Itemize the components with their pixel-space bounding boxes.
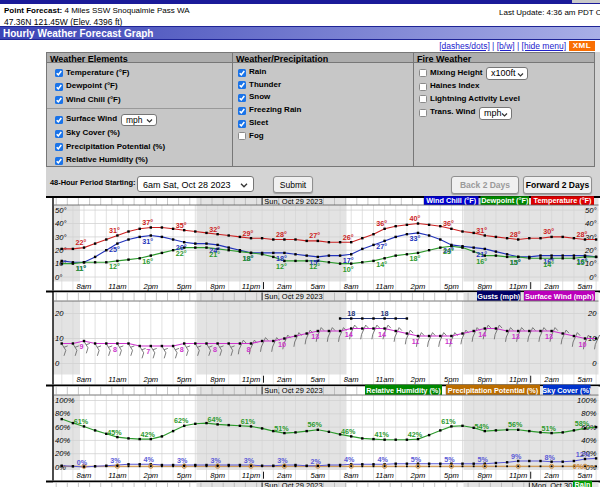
svg-text:3%: 3%	[177, 456, 188, 465]
svg-text:Sun, Oct 29 2023: Sun, Oct 29 2023	[264, 197, 322, 206]
svg-text:Sun, Oct 29 2023: Sun, Oct 29 2023	[264, 292, 322, 301]
svg-text:8am: 8am	[344, 471, 359, 480]
svg-text:5pm: 5pm	[444, 282, 459, 291]
svg-text:40°: 40°	[55, 219, 66, 228]
svg-text:11am: 11am	[108, 375, 126, 384]
svg-text:4%: 4%	[344, 455, 355, 464]
svg-text:22°: 22°	[76, 238, 87, 247]
svg-text:2pm: 2pm	[410, 282, 426, 291]
svg-text:40%: 40%	[55, 436, 70, 445]
svg-text:11pm: 11pm	[242, 375, 260, 384]
svg-text:2%: 2%	[311, 457, 322, 466]
svg-text:61%: 61%	[74, 417, 89, 426]
svg-text:58%: 58%	[575, 419, 590, 428]
svg-text:18°: 18°	[410, 254, 421, 263]
svg-text:12°: 12°	[109, 262, 120, 271]
svg-text:2pm: 2pm	[142, 282, 158, 291]
svg-text:5%: 5%	[444, 455, 455, 464]
svg-text:5pm: 5pm	[444, 471, 459, 480]
svg-text:14: 14	[345, 330, 353, 339]
svg-text:8am: 8am	[344, 375, 359, 384]
svg-text:60%: 60%	[55, 423, 70, 432]
svg-text:11: 11	[445, 337, 453, 346]
svg-text:29°: 29°	[243, 229, 254, 238]
svg-text:42%: 42%	[141, 430, 156, 439]
svg-text:2pm: 2pm	[410, 471, 426, 480]
svg-text:2am: 2am	[276, 282, 292, 291]
svg-text:56%: 56%	[508, 420, 523, 429]
svg-text:11am: 11am	[375, 375, 393, 384]
svg-text:Rain: Rain	[575, 480, 591, 487]
svg-text:11am: 11am	[375, 282, 393, 291]
svg-text:41%: 41%	[374, 430, 389, 439]
svg-text:40°: 40°	[585, 219, 596, 228]
svg-text:11pm: 11pm	[509, 282, 527, 291]
svg-text:Sky Cover (%): Sky Cover (%)	[542, 386, 592, 395]
svg-text:5am: 5am	[578, 282, 593, 291]
svg-text:11am: 11am	[375, 471, 393, 480]
svg-text:36°: 36°	[376, 219, 387, 228]
svg-text:8: 8	[180, 345, 184, 354]
svg-text:3%: 3%	[210, 456, 221, 465]
svg-text:64%: 64%	[207, 415, 222, 424]
svg-text:28°: 28°	[276, 230, 287, 239]
svg-text:11pm: 11pm	[509, 471, 527, 480]
svg-text:54%: 54%	[475, 422, 490, 431]
svg-text:42%: 42%	[408, 430, 423, 439]
svg-text:23°: 23°	[443, 247, 454, 256]
svg-text:10: 10	[55, 334, 64, 343]
svg-text:20: 20	[54, 309, 64, 318]
svg-text:80%: 80%	[581, 409, 596, 418]
svg-text:5am: 5am	[310, 471, 325, 480]
svg-text:100%: 100%	[55, 396, 75, 405]
svg-text:28°: 28°	[510, 230, 521, 239]
svg-text:12°: 12°	[309, 262, 320, 271]
svg-text:13: 13	[545, 332, 553, 341]
svg-text:Relative Humidity (%): Relative Humidity (%)	[366, 386, 441, 395]
svg-text:56%: 56%	[308, 420, 323, 429]
svg-text:5am: 5am	[310, 282, 325, 291]
svg-text:31°: 31°	[109, 226, 120, 235]
svg-text:10: 10	[278, 340, 286, 349]
svg-text:10°: 10°	[343, 265, 354, 274]
svg-text:28°: 28°	[577, 230, 588, 239]
svg-text:8%: 8%	[544, 453, 555, 462]
svg-text:Gusts (mph): Gusts (mph)	[477, 292, 521, 301]
svg-text:12°: 12°	[276, 262, 287, 271]
svg-text:16°: 16°	[476, 257, 487, 266]
svg-text:15°: 15°	[577, 258, 588, 267]
svg-text:7: 7	[146, 347, 150, 356]
svg-text:16°: 16°	[142, 257, 153, 266]
svg-text:30°: 30°	[55, 233, 66, 242]
svg-text:0%: 0%	[77, 458, 88, 467]
svg-text:20°: 20°	[54, 246, 66, 255]
svg-text:5am: 5am	[310, 375, 325, 384]
svg-text:27°: 27°	[309, 231, 320, 240]
svg-text:33°: 33°	[410, 234, 421, 243]
svg-text:27°: 27°	[376, 242, 387, 251]
svg-text:45%: 45%	[107, 428, 122, 437]
svg-text:26°: 26°	[343, 233, 354, 242]
svg-text:Sun, Oct 29 2023: Sun, Oct 29 2023	[264, 386, 322, 395]
svg-text:3%: 3%	[110, 456, 121, 465]
svg-text:2am: 2am	[543, 471, 559, 480]
svg-text:5%: 5%	[411, 455, 422, 464]
svg-text:14°: 14°	[543, 260, 554, 269]
svg-text:31°: 31°	[476, 226, 487, 235]
svg-text:100%: 100%	[577, 396, 597, 405]
svg-text:2pm: 2pm	[410, 375, 426, 384]
svg-text:14°: 14°	[376, 260, 387, 269]
svg-text:20°: 20°	[584, 246, 596, 255]
svg-text:10: 10	[579, 340, 587, 349]
svg-text:Wind Chill (°F): Wind Chill (°F)	[426, 196, 476, 205]
svg-text:11pm: 11pm	[242, 282, 260, 291]
svg-text:11: 11	[412, 337, 420, 346]
svg-text:5pm: 5pm	[177, 375, 192, 384]
svg-text:32°: 32°	[209, 225, 220, 234]
svg-text:8am: 8am	[77, 375, 92, 384]
svg-text:2am: 2am	[543, 282, 559, 291]
svg-text:40%: 40%	[581, 436, 596, 445]
svg-text:5pm: 5pm	[444, 375, 459, 384]
svg-text:8: 8	[113, 345, 117, 354]
svg-text:8: 8	[213, 345, 217, 354]
